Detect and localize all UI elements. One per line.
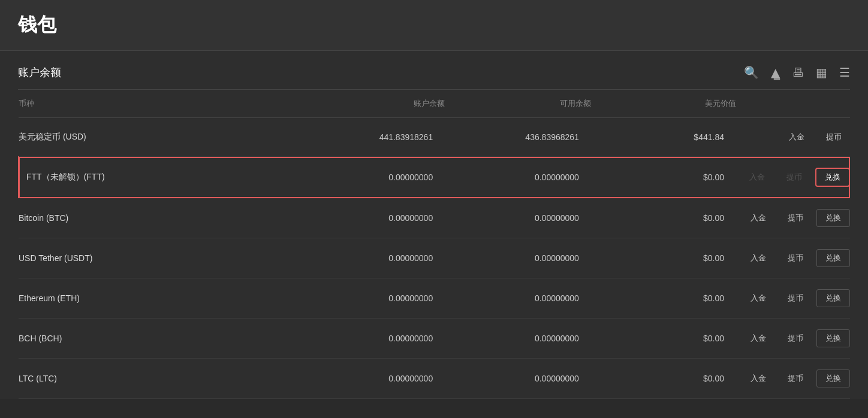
balance-cell: 0.00000000 (299, 238, 445, 278)
search-icon[interactable]: 🔍 (744, 65, 759, 80)
balance-cell: 0.00000000 (299, 278, 445, 319)
table-row: LTC (LTC)0.000000000.00000000$0.00入金提币兑换 (19, 359, 850, 399)
usd-value-cell: $0.00 (591, 278, 736, 319)
table-row: 美元稳定币 (USD)441.83918261436.83968261$441.… (19, 118, 850, 157)
withdraw-button[interactable]: 提币 (779, 290, 812, 307)
table-row: USD Tether (USDT)0.000000000.00000000$0.… (19, 238, 850, 278)
balance-cell: 0.00000000 (299, 359, 445, 399)
actions-cell: 入金提币兑换 (736, 157, 850, 198)
table-row: Ethereum (ETH)0.000000000.00000000$0.00入… (19, 278, 850, 319)
col-header-balance: 账户余额 (299, 90, 445, 118)
deposit-button: 入金 (741, 169, 773, 186)
balance-cell: 0.00000000 (299, 157, 445, 198)
convert-button[interactable]: 兑换 (816, 249, 850, 267)
usd-value-cell: $0.00 (591, 157, 736, 198)
available-cell: 0.00000000 (445, 157, 591, 198)
withdraw-button[interactable]: 提币 (779, 210, 812, 226)
deposit-button[interactable]: 入金 (742, 370, 774, 387)
page-title: 钱包 (18, 12, 850, 38)
filter-icon[interactable]: ☰ (839, 65, 850, 80)
balance-cell: 0.00000000 (299, 198, 445, 238)
section-title: 账户余额 (18, 65, 61, 80)
main-content: 账户余额 🔍 ▲̲ 🖶 ▦ ☰ 币种 账户余额 可用余额 美元价值 美元稳定币 … (0, 51, 868, 399)
col-header-usd: 美元价值 (591, 90, 736, 118)
download-icon[interactable]: ▲̲ (771, 65, 780, 80)
currency-name-cell: FTT（未解锁）(FTT) (19, 157, 299, 198)
deposit-button[interactable]: 入金 (742, 250, 774, 266)
currency-name-cell: Bitcoin (BTC) (19, 198, 299, 238)
columns-icon[interactable]: ▦ (816, 65, 827, 80)
col-header-currency: 币种 (19, 90, 299, 118)
available-cell: 0.00000000 (445, 319, 591, 359)
withdraw-button[interactable]: 提币 (779, 250, 812, 266)
convert-button[interactable]: 兑换 (816, 329, 850, 347)
actions-cell: 入金提币 (736, 118, 850, 157)
available-cell: 0.00000000 (445, 198, 591, 238)
balance-table: 币种 账户余额 可用余额 美元价值 美元稳定币 (USD)441.8391826… (18, 90, 850, 399)
withdraw-button[interactable]: 提币 (779, 370, 812, 387)
deposit-button[interactable]: 入金 (780, 129, 813, 146)
withdraw-button: 提币 (778, 169, 810, 186)
col-header-actions (736, 90, 850, 118)
usd-value-cell: $0.00 (591, 319, 736, 359)
actions-cell: 入金提币兑换 (736, 238, 850, 278)
withdraw-button[interactable]: 提币 (779, 330, 812, 347)
available-cell: 0.00000000 (445, 238, 591, 278)
actions-cell: 入金提币兑换 (736, 198, 850, 238)
available-cell: 0.00000000 (445, 359, 591, 399)
convert-button[interactable]: 兑换 (816, 289, 850, 307)
currency-name-cell: Ethereum (ETH) (19, 278, 299, 319)
section-header: 账户余额 🔍 ▲̲ 🖶 ▦ ☰ (18, 51, 850, 90)
convert-button[interactable]: 兑换 (816, 209, 850, 227)
toolbar: 🔍 ▲̲ 🖶 ▦ ☰ (744, 65, 850, 80)
actions-cell: 入金提币兑换 (736, 278, 850, 319)
page-header: 钱包 (0, 0, 868, 51)
table-row: Bitcoin (BTC)0.000000000.00000000$0.00入金… (19, 198, 850, 238)
available-cell: 0.00000000 (445, 278, 591, 319)
deposit-button[interactable]: 入金 (742, 330, 774, 347)
currency-name-cell: LTC (LTC) (19, 359, 299, 399)
deposit-button[interactable]: 入金 (742, 290, 774, 307)
usd-value-cell: $441.84 (591, 118, 736, 157)
print-icon[interactable]: 🖶 (792, 66, 804, 80)
table-header-row: 币种 账户余额 可用余额 美元价值 (19, 90, 850, 118)
balance-cell: 441.83918261 (299, 118, 445, 157)
usd-value-cell: $0.00 (591, 359, 736, 399)
table-row: BCH (BCH)0.000000000.00000000$0.00入金提币兑换 (19, 319, 850, 359)
currency-name-cell: USD Tether (USDT) (19, 238, 299, 278)
currency-name-cell: 美元稳定币 (USD) (19, 118, 299, 157)
available-cell: 436.83968261 (445, 118, 591, 157)
usd-value-cell: $0.00 (591, 198, 736, 238)
withdraw-button[interactable]: 提币 (818, 129, 850, 146)
table-row: FTT（未解锁）(FTT)0.000000000.00000000$0.00入金… (19, 157, 850, 198)
usd-value-cell: $0.00 (591, 238, 736, 278)
convert-button[interactable]: 兑换 (815, 168, 850, 187)
balance-cell: 0.00000000 (299, 319, 445, 359)
deposit-button[interactable]: 入金 (742, 210, 774, 226)
convert-button[interactable]: 兑换 (816, 369, 850, 387)
actions-cell: 入金提币兑换 (736, 359, 850, 399)
actions-cell: 入金提币兑换 (736, 319, 850, 359)
currency-name-cell: BCH (BCH) (19, 319, 299, 359)
col-header-available: 可用余额 (445, 90, 591, 118)
